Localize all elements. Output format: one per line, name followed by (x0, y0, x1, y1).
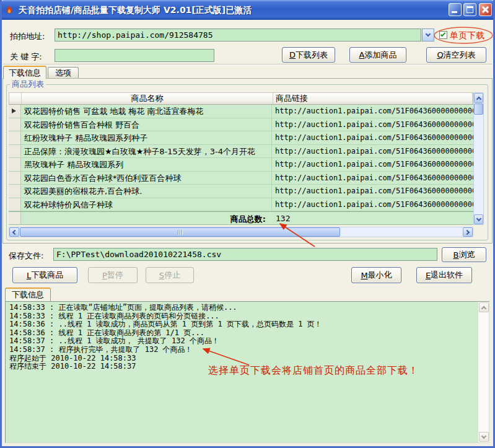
red-annotation-text: 选择单页下载会将店铺首页的商品全部下载！ (208, 364, 419, 377)
stop-button[interactable]: S停止 (146, 267, 194, 283)
close-window-icon[interactable] (479, 3, 492, 16)
product-link-cell: http://auction1.paipai.com/51F0643600000… (272, 172, 473, 185)
scroll-left-icon[interactable] (9, 227, 19, 237)
flame-icon (4, 5, 14, 15)
maximize-window-icon[interactable] (463, 3, 476, 16)
log-line: 14:58:33 : 正在读取“店铺地址”页面，提取商品列表，请稍候... (9, 304, 488, 312)
scroll-up-icon[interactable] (479, 302, 489, 312)
save-file-label: 保存文件: (9, 250, 43, 261)
single-page-checkbox[interactable] (439, 31, 447, 39)
download-list-button[interactable]: D下载列表 (282, 47, 335, 63)
scroll-up-icon[interactable] (474, 93, 483, 103)
table-row[interactable]: 双花园特价销售 可盆栽 地栽 梅花 南北适宜春梅花 http://auction… (9, 105, 473, 118)
shop-address-dropdown-button[interactable] (422, 29, 434, 42)
product-link-cell: http://auction1.paipai.com/51F0643600000… (272, 131, 473, 144)
total-row: 商品总数: 132 (9, 211, 473, 225)
log-line: 14:58:36 : 线程 1 正在读取商品列表的第 1/1 页... (9, 329, 488, 338)
total-count-value: 132 (272, 212, 473, 224)
shop-address-input[interactable] (55, 29, 421, 42)
add-item-button[interactable]: A添加商品 (349, 47, 406, 63)
keyword-label: 关 键 字: (10, 51, 42, 63)
product-list-group-title: 商品列表 (10, 79, 46, 90)
product-name-cell: 双花种球特价风信子种球 (21, 198, 272, 211)
exit-app-button[interactable]: E退出软件 (416, 267, 472, 283)
table-row[interactable]: 双花园特价销售百合种根 野百合 http://auction1.paipai.c… (9, 118, 473, 132)
table-header-row: 商品名称 商品链接 (9, 92, 473, 105)
product-table: 商品名称 商品链接 双花园特价销售 可盆栽 地栽 梅花 南北适宜春梅花 http… (9, 92, 473, 225)
minimize-window-icon[interactable] (449, 3, 462, 16)
column-header-product-name[interactable]: 商品名称 (22, 93, 273, 104)
tab-download-info[interactable]: 下载信息 (3, 66, 46, 79)
titlebar: 天音拍拍店铺/商品批量下载复制大师 V2.01[正式版]已激活 (0, 0, 495, 20)
scrollbar-thumb[interactable] (474, 103, 483, 115)
scroll-right-icon[interactable] (463, 227, 473, 237)
keyword-input[interactable] (55, 49, 214, 62)
scroll-down-icon[interactable] (474, 214, 483, 224)
single-page-label[interactable]: 单页下载 (450, 30, 484, 42)
app-window: 天音拍拍店铺/商品批量下载复制大师 V2.01[正式版]已激活 拍拍地址: 单页… (0, 0, 495, 448)
log-line: 14:58:33 : 线程 1 正在读取商品列表的页码和分页链接... (9, 312, 488, 321)
table-row[interactable]: 黑玫瑰种子 精品玫瑰园系列 http://auction1.paipai.com… (9, 158, 473, 172)
product-name-cell: 红粉玫瑰种子 精品玫瑰园系列种子 (21, 131, 272, 144)
row-selector-column-header (9, 93, 22, 104)
table-row[interactable]: 正品保障：浪漫玫瑰园★白玫瑰★种子8-15天发芽，3-4个月开花 http://… (9, 145, 473, 159)
product-link-cell: http://auction1.paipai.com/51F0643600000… (272, 105, 473, 118)
current-row-marker-icon (12, 108, 16, 113)
window-title: 天音拍拍店铺/商品批量下载复制大师 V2.01[正式版]已激活 (19, 0, 252, 20)
shop-address-label: 拍拍地址: (10, 31, 45, 42)
tab-download-log[interactable]: 下载信息 (5, 288, 51, 301)
table-row[interactable]: 双花园白色香水百合种球*西伯利亚百合种球 http://auction1.pai… (9, 172, 473, 185)
table-row[interactable]: 红粉玫瑰种子 精品玫瑰园系列种子 http://auction1.paipai.… (9, 131, 473, 145)
pause-button[interactable]: P暂停 (88, 267, 138, 283)
log-line: 14:58:37 : 程序执行完毕，共提取了 132 个商品！ (9, 346, 488, 354)
scrollbar-thumb[interactable] (20, 227, 340, 237)
product-link-cell: http://auction1.paipai.com/51F0643600000… (272, 145, 473, 158)
product-name-cell: 正品保障：浪漫玫瑰园★白玫瑰★种子8-15天发芽，3-4个月开花 (21, 145, 272, 158)
minimize-app-button[interactable]: M最小化 (351, 267, 401, 283)
clear-list-button[interactable]: Q清空列表 (426, 47, 486, 63)
table-row[interactable]: 双花种球特价风信子种球 http://auction1.paipai.com/5… (9, 198, 473, 212)
product-name-cell: 黑玫瑰种子 精品玫瑰园系列 (21, 158, 272, 171)
tab-options[interactable]: 选项 (48, 67, 79, 79)
log-line: 14:58:37 : ..线程 1 读取成功， 共提取了 132 个商品！ (9, 337, 488, 346)
log-line: 14:58:36 : ..线程 1 读取成功，商品页码从第 1 页到第 1 页下… (9, 320, 488, 329)
product-name-cell: 双花园白色香水百合种球*西伯利亚百合种球 (21, 172, 272, 185)
browse-button[interactable]: B浏览 (442, 247, 486, 262)
table-row[interactable]: 双花园美丽的宿根花卉,百合种球. http://auction1.paipai.… (9, 185, 473, 198)
log-vertical-scrollbar[interactable] (478, 302, 489, 442)
product-link-cell: http://auction1.paipai.com/51F0643600000… (272, 185, 473, 198)
scroll-down-icon[interactable] (479, 432, 489, 442)
product-link-cell: http://auction1.paipai.com/51F0643600000… (272, 198, 473, 211)
product-name-cell: 双花园特价销售 可盆栽 地栽 梅花 南北适宜春梅花 (21, 105, 272, 118)
product-link-cell: http://auction1.paipai.com/51F0643600000… (272, 118, 473, 131)
table-horizontal-scrollbar[interactable] (9, 227, 473, 237)
download-products-button[interactable]: L下载商品 (12, 267, 77, 283)
product-name-cell: 双花园美丽的宿根花卉,百合种球. (21, 185, 272, 198)
product-link-cell: http://auction1.paipai.com/51F0643600000… (272, 158, 473, 171)
product-name-cell: 双花园特价销售百合种根 野百合 (21, 118, 272, 131)
divider (3, 64, 492, 65)
save-file-path-input[interactable] (53, 248, 437, 261)
green-checkmark-icon (440, 32, 445, 37)
table-vertical-scrollbar[interactable] (473, 92, 484, 225)
total-count-label: 商品总数: (21, 212, 272, 224)
chevron-down-icon (426, 32, 431, 37)
log-line: 程序起始于 2010-10-22 14:58:33 (9, 354, 488, 363)
column-header-product-link[interactable]: 商品链接 (273, 93, 473, 104)
